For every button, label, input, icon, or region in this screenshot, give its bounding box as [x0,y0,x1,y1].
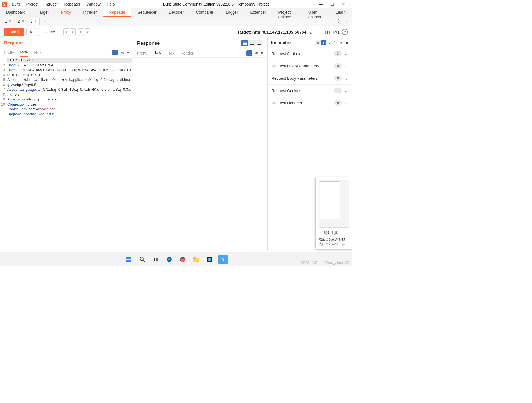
request-editor[interactable]: 1234567891011 GET / HTTP/1.1Host: 61.147… [0,57,133,251]
snip-message-2: 选择此处标记并共 [319,242,349,247]
taskbar-taskview-icon[interactable] [151,255,161,264]
target-label: Target: http://61.147.171.105:56764 [237,30,306,34]
watermark: CSDN @Zhou-Zhou_zhou123 [300,261,349,265]
response-actions-icon[interactable]: ≡ [246,50,252,56]
menu-burp[interactable]: Burp [9,1,23,8]
inspector-settings-icon[interactable] [339,41,343,45]
start-button[interactable] [124,255,134,264]
taskbar-explorer-icon[interactable] [191,255,201,264]
inspector-row-count: 8 [334,100,342,106]
settings-button[interactable] [26,28,36,36]
history-back-dropdown[interactable]: ▾ [70,28,76,36]
inspector-row-count: 1 [334,88,342,93]
main-tab-logger[interactable]: Logger [220,8,244,17]
request-panel: Request Pretty Raw Hex ≡ \n ≡ 1234567891… [0,38,133,251]
chevron-down-icon: ⌄ [345,51,348,56]
response-tab-pretty[interactable]: Pretty [137,49,147,57]
layout-columns-icon[interactable]: ▮▮ [241,40,248,46]
layout-single-icon[interactable]: ▬ [248,40,256,46]
repeater-tab-3[interactable]: 3✕ [28,18,40,25]
more-icon[interactable]: ⋮ [344,19,348,24]
main-tab-dashboard[interactable]: Dashboard [0,8,32,17]
svg-point-2 [30,31,32,33]
response-tab-hex[interactable]: Hex [168,49,175,57]
menu-help[interactable]: Help [104,1,118,8]
inspector-row-request-headers[interactable]: Request Headers8⌄ [268,97,352,109]
response-tab-raw[interactable]: Raw [154,49,161,57]
history-back-button[interactable]: < [63,28,69,36]
repeater-tab-2[interactable]: 2✕ [15,18,27,25]
layout-toggle[interactable]: ▮▮ ▬ ▬ [241,40,263,46]
taskbar-edge-icon[interactable] [164,255,174,264]
cancel-button[interactable]: Cancel [38,28,61,36]
request-tab-hex[interactable]: Hex [34,49,41,57]
main-tab-sequencer[interactable]: Sequencer [131,8,163,17]
main-tab-learn[interactable]: Learn [329,8,352,17]
menu-intruder[interactable]: Intruder [42,1,61,8]
send-button[interactable]: Send [4,28,24,36]
history-forward-button[interactable]: > [78,28,84,36]
menu-project[interactable]: Project [24,1,41,8]
main-tab-project-options[interactable]: Project options [272,8,302,17]
taskbar-search-icon[interactable] [138,255,147,264]
chevron-down-icon: ⌄ [345,101,348,105]
repeater-tab-1[interactable]: 1✕ [2,18,14,25]
svg-point-0 [337,20,340,22]
taskbar-burp-icon[interactable] [218,255,228,264]
request-newline-icon[interactable]: \n [121,50,124,55]
divider [320,29,320,35]
help-button[interactable]: ? [342,29,348,35]
response-editor[interactable] [133,58,267,251]
inspector-title: Inspector [271,40,313,45]
response-newline-icon[interactable]: \n [255,51,258,55]
response-title: Response [137,41,160,46]
response-tab-render[interactable]: Render [181,49,194,57]
edit-target-button[interactable] [308,28,316,36]
snip-title: 截图工具 [323,230,338,235]
main-tab-comparer[interactable]: Comparer [190,8,220,17]
taskbar-app-icon[interactable] [205,255,214,264]
main-tab-decoder[interactable]: Decoder [163,8,190,17]
svg-rect-5 [129,257,131,259]
http-version-toggle[interactable]: HTTP/1 [325,30,340,34]
inspector-layout-a[interactable]: ▯ [315,40,321,45]
main-tab-extender[interactable]: Extender [244,8,272,17]
inspector-row-request-query-parameters[interactable]: Request Query Parameters0⌄ [268,60,352,72]
history-forward-dropdown[interactable]: ▾ [85,28,90,36]
taskbar-firefox-icon[interactable] [178,255,187,264]
request-actions-icon[interactable]: ≡ [112,50,118,55]
response-menu-icon[interactable]: ≡ [261,51,263,55]
request-view-tabs: Pretty Raw Hex ≡ \n ≡ [0,48,133,57]
close-button[interactable]: ✕ [340,2,347,6]
request-tab-raw[interactable]: Raw [20,48,28,57]
close-tab-icon[interactable]: ✕ [34,19,37,23]
request-menu-icon[interactable]: ≡ [127,50,129,55]
inspector-row-request-body-parameters[interactable]: Request Body Parameters0⌄ [268,72,352,85]
minimize-button[interactable]: — [317,2,325,6]
svg-line-9 [143,260,145,262]
titlebar: Burp Project Intruder Repeater Window He… [0,0,352,8]
maximize-button[interactable]: ☐ [328,2,336,6]
main-tab-intruder[interactable]: Intruder [77,8,103,17]
workspace: Request Pretty Raw Hex ≡ \n ≡ 1234567891… [0,38,352,251]
main-tab-user-options[interactable]: User options [302,8,330,17]
close-tab-icon[interactable]: ✕ [9,19,11,23]
close-tab-icon[interactable]: ✕ [22,19,24,23]
inspector-row-request-cookies[interactable]: Request Cookies1⌄ [268,85,352,97]
inspector-close-icon[interactable]: ✕ [345,41,349,45]
inspector-layout-toggle[interactable]: ▯ ▮ [315,40,326,45]
search-icon[interactable] [336,19,341,24]
inspector-expand-icon[interactable]: ⤢ [329,41,332,45]
inspector-collapse-icon[interactable]: ⇅ [334,41,337,45]
snipping-tool-notification[interactable]: ✂ 截图工具 截图已复制到剪贴 选择此处标记并共 [315,177,352,250]
main-tab-proxy[interactable]: Proxy [55,8,77,17]
request-tab-pretty[interactable]: Pretty [4,49,14,57]
inspector-row-request-attributes[interactable]: Request Attributes2⌄ [268,48,352,60]
add-tab-button[interactable]: + [41,18,49,24]
main-tab-repeater[interactable]: Repeater [103,8,131,17]
menu-repeater[interactable]: Repeater [61,1,83,8]
inspector-layout-b[interactable]: ▮ [321,40,326,45]
menu-window[interactable]: Window [84,1,103,8]
main-tab-target[interactable]: Target [32,8,55,17]
layout-rows-icon[interactable]: ▬ [256,40,263,46]
